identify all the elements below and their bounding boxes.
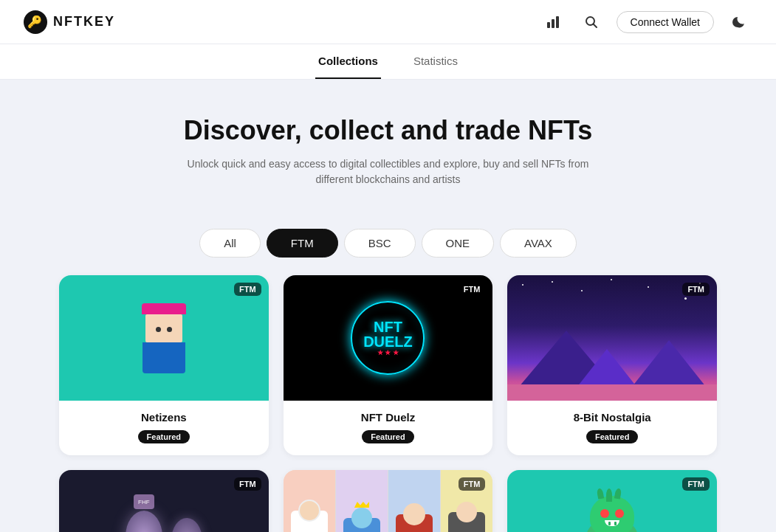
card-badge-fhfc: FTM <box>234 477 261 491</box>
filter-avax[interactable]: AVAX <box>500 229 577 258</box>
filter-ftm[interactable]: FTM <box>267 229 338 258</box>
connect-wallet-button[interactable]: Connect Wallet <box>617 11 714 33</box>
svg-rect-0 <box>547 22 550 28</box>
card-tag-nft-duelz: Featured <box>362 430 413 443</box>
card-body-nft-duelz: NFT Duelz Featured <box>284 401 493 455</box>
filter-bar: All FTM BSC ONE AVAX <box>0 211 776 269</box>
card-title-8bit: 8-Bit Nostalgia <box>519 411 705 424</box>
chart-icon <box>546 15 560 30</box>
card-title-nft-duelz: NFT Duelz <box>295 411 481 424</box>
collections-grid: FTM Netizens Featured NFTDUELZ ★ ★ ★ FTM… <box>0 269 776 532</box>
brand-name: NFTKEY <box>53 14 115 30</box>
header-actions: Connect Wallet <box>540 9 752 35</box>
theme-toggle-button[interactable] <box>726 9 752 35</box>
card-body-netizens: Netizens Featured <box>59 401 269 455</box>
card-badge-netizens: FTM <box>234 283 261 296</box>
card-body-8bit: 8-Bit Nostalgia Featured <box>507 401 717 455</box>
card-astrokid[interactable]: FTM Astrokid Marketplace <box>507 470 717 532</box>
filter-bsc[interactable]: BSC <box>344 229 416 258</box>
chart-icon-button[interactable] <box>540 9 566 35</box>
card-fhfc[interactable]: FHF FTM FHFC | Boo Lifetime Mint Pass Hi… <box>59 470 269 532</box>
duelz-logo: NFTDUELZ ★ ★ ★ <box>351 301 425 375</box>
hero-subtitle: Unlock quick and easy access to digital … <box>182 156 595 187</box>
hero-section: Discover, collect and trade NFTs Unlock … <box>0 80 776 211</box>
card-image-fhfc: FHF FTM <box>59 470 269 532</box>
card-image-astrokid: FTM <box>507 470 717 532</box>
search-icon <box>584 15 599 30</box>
card-image-nft-duelz: NFTDUELZ ★ ★ ★ FTM <box>284 275 493 401</box>
card-8bit-nostalgia[interactable]: FTM 8-Bit Nostalgia Featured <box>507 275 717 455</box>
duelz-sub: ★ ★ ★ <box>377 349 399 356</box>
card-tag-netizens: Featured <box>138 430 190 443</box>
card-image-netizens: FTM <box>59 275 269 401</box>
svg-rect-2 <box>556 16 559 28</box>
nav-tabs: Collections Statistics <box>0 44 776 80</box>
card-badge-astrokid: FTM <box>682 477 710 491</box>
card-nft-duelz[interactable]: NFTDUELZ ★ ★ ★ FTM NFT Duelz Featured <box>284 275 493 455</box>
hero-title: Discover, collect and trade NFTs <box>15 115 761 146</box>
logo[interactable]: 🔑 NFTKEY <box>24 10 115 34</box>
card-title-netizens: Netizens <box>71 411 257 424</box>
card-badge-8bit: FTM <box>682 283 710 296</box>
card-tag-8bit: Featured <box>586 430 638 443</box>
card-badge-doodled: FTM <box>459 477 486 491</box>
filter-one[interactable]: ONE <box>422 229 495 258</box>
svg-rect-1 <box>552 19 554 28</box>
card-image-8bit: FTM <box>507 275 717 401</box>
moon-icon <box>732 15 746 30</box>
svg-line-4 <box>593 24 597 27</box>
card-doodled-punk[interactable]: FTM Doodled Punk Fam Marketplace <box>284 470 493 532</box>
filter-all[interactable]: All <box>199 229 261 258</box>
card-netizens[interactable]: FTM Netizens Featured <box>59 275 269 455</box>
tab-statistics[interactable]: Statistics <box>411 44 461 79</box>
logo-icon: 🔑 <box>24 10 47 34</box>
card-image-doodled: FTM <box>284 470 493 532</box>
duelz-text: NFTDUELZ <box>363 319 413 349</box>
header: 🔑 NFTKEY Connect Wallet <box>0 0 776 44</box>
tab-collections[interactable]: Collections <box>315 44 381 79</box>
card-badge-nft-duelz: FTM <box>459 283 486 296</box>
search-icon-button[interactable] <box>578 9 605 35</box>
